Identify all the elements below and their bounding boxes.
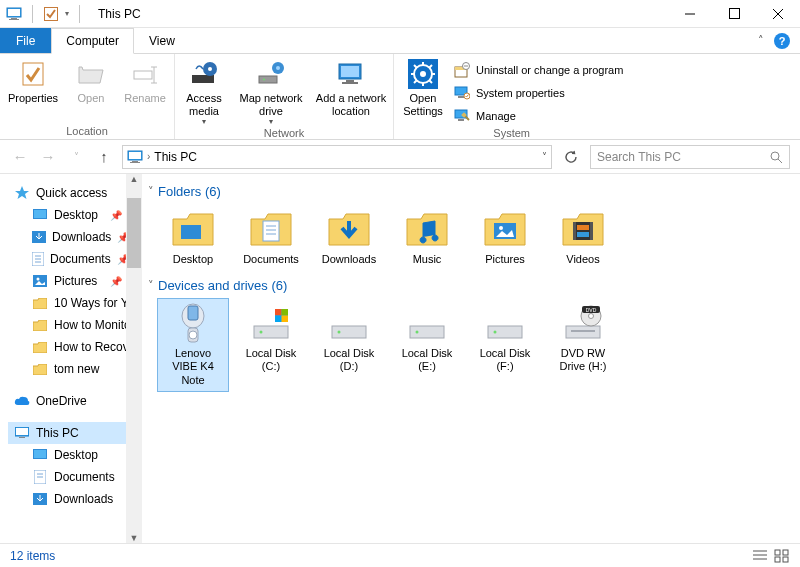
ribbon-group-location: Properties Open Rename Location — [0, 54, 175, 139]
drive-phone[interactable]: Lenovo VIBE K4 Note — [158, 299, 228, 391]
nav-pc-desktop[interactable]: Desktop — [8, 444, 142, 466]
up-button[interactable]: ↑ — [94, 147, 114, 167]
open-button[interactable]: Open — [68, 56, 114, 105]
nav-downloads[interactable]: Downloads📌 — [8, 226, 142, 248]
tab-file[interactable]: File — [0, 28, 51, 53]
ribbon-tabs: File Computer View ˄ ? — [0, 28, 800, 54]
drive-d[interactable]: Local Disk(D:) — [314, 299, 384, 391]
svg-rect-83 — [188, 306, 198, 320]
svg-rect-22 — [341, 66, 359, 77]
nav-pc-downloads[interactable]: Downloads — [8, 488, 142, 510]
scroll-down-icon[interactable]: ▼ — [130, 533, 139, 543]
chevron-down-icon[interactable]: ˅ — [148, 185, 154, 198]
svg-rect-86 — [254, 326, 288, 338]
nav-documents[interactable]: Documents📌 — [8, 248, 142, 270]
nav-desktop[interactable]: Desktop📌 — [8, 204, 142, 226]
open-settings-button[interactable]: Open Settings — [400, 56, 446, 117]
svg-rect-44 — [458, 119, 464, 121]
folder-music[interactable]: Music — [392, 205, 462, 270]
maximize-button[interactable] — [712, 0, 756, 28]
address-dropdown-icon[interactable]: ˅ — [542, 151, 547, 162]
navigation-pane[interactable]: Quick access Desktop📌 Downloads📌 Documen… — [0, 174, 142, 543]
music-folder-icon — [403, 209, 451, 249]
folder-videos[interactable]: Videos — [548, 205, 618, 270]
help-icon[interactable]: ? — [774, 33, 790, 49]
folder-downloads[interactable]: Downloads — [314, 205, 384, 270]
star-icon — [14, 185, 30, 201]
properties-check-icon[interactable] — [43, 6, 59, 22]
pin-icon: 📌 — [110, 276, 122, 287]
add-location-icon — [335, 58, 367, 90]
address-bar[interactable]: › This PC ˅ — [122, 145, 552, 169]
folder-desktop[interactable]: Desktop — [158, 205, 228, 270]
documents-folder-icon — [247, 209, 295, 249]
nav-folder-3[interactable]: How to Recover — [8, 336, 142, 358]
section-folders-header[interactable]: ˅ Folders (6) — [148, 184, 800, 199]
disk-drive-icon — [247, 303, 295, 343]
svg-point-18 — [263, 79, 265, 81]
onedrive-icon — [14, 393, 30, 409]
minimize-button[interactable] — [668, 0, 712, 28]
recent-locations-button[interactable]: ˅ — [66, 147, 86, 167]
details-view-button[interactable] — [752, 549, 768, 563]
breadcrumb[interactable]: This PC — [154, 150, 197, 164]
chevron-right-icon[interactable]: › — [147, 151, 150, 162]
properties-button[interactable]: Properties — [6, 56, 60, 105]
rename-button[interactable]: Rename — [122, 56, 168, 105]
svg-rect-24 — [342, 82, 358, 84]
content-body: Quick access Desktop📌 Downloads📌 Documen… — [0, 174, 800, 543]
nav-thispc[interactable]: This PC — [8, 422, 142, 444]
nav-folder-2[interactable]: How to Monitor — [8, 314, 142, 336]
scroll-thumb[interactable] — [127, 198, 141, 268]
map-network-drive-button[interactable]: Map network drive▾ — [235, 56, 307, 126]
add-network-location-button[interactable]: Add a network location — [315, 56, 387, 117]
folder-pictures[interactable]: Pictures — [470, 205, 540, 270]
close-button[interactable] — [756, 0, 800, 28]
dvd-drive-icon: DVD — [559, 303, 607, 343]
svg-point-96 — [416, 331, 419, 334]
folder-documents[interactable]: Documents — [236, 205, 306, 270]
nav-onedrive[interactable]: OneDrive — [8, 390, 142, 412]
back-button[interactable]: ← — [10, 147, 30, 167]
desktop-icon — [32, 447, 48, 463]
drive-f[interactable]: Local Disk(F:) — [470, 299, 540, 391]
search-input[interactable]: Search This PC — [590, 145, 790, 169]
svg-point-87 — [260, 331, 263, 334]
chevron-down-icon[interactable]: ˅ — [148, 279, 154, 292]
tab-view[interactable]: View — [134, 28, 190, 53]
drive-c[interactable]: Local Disk(C:) — [236, 299, 306, 391]
system-properties-button[interactable]: System properties — [454, 83, 623, 103]
nav-folder-1[interactable]: 10 Ways for You — [8, 292, 142, 314]
forward-button[interactable]: → — [38, 147, 58, 167]
scroll-up-icon[interactable]: ▲ — [130, 174, 139, 184]
nav-scrollbar[interactable]: ▲ ▼ — [126, 174, 142, 543]
collapse-ribbon-icon[interactable]: ˄ — [758, 34, 764, 47]
section-drives-header[interactable]: ˅ Devices and drives (6) — [148, 278, 800, 293]
drive-dvd[interactable]: DVD DVD RWDrive (H:) — [548, 299, 618, 391]
uninstall-program-button[interactable]: Uninstall or change a program — [454, 60, 623, 80]
access-media-button[interactable]: Access media▾ — [181, 56, 227, 126]
disk-drive-icon — [403, 303, 451, 343]
svg-point-85 — [189, 331, 197, 339]
svg-rect-59 — [33, 275, 47, 287]
manage-button[interactable]: Manage — [454, 106, 623, 126]
pictures-icon — [32, 273, 48, 289]
qat-dropdown-icon[interactable]: ▾ — [65, 9, 69, 18]
drive-e[interactable]: Local Disk(E:) — [392, 299, 462, 391]
separator — [32, 5, 33, 23]
svg-rect-81 — [577, 232, 589, 237]
large-icons-view-button[interactable] — [774, 549, 790, 563]
nav-quick-access[interactable]: Quick access — [8, 182, 142, 204]
svg-rect-3 — [9, 19, 19, 20]
svg-rect-111 — [783, 557, 788, 562]
svg-point-60 — [37, 278, 40, 281]
svg-rect-9 — [23, 63, 43, 85]
tab-computer[interactable]: Computer — [51, 28, 134, 54]
nav-pc-documents[interactable]: Documents — [8, 466, 142, 488]
window-title: This PC — [90, 7, 141, 21]
main-pane[interactable]: ˅ Folders (6) Desktop Documents Download… — [142, 174, 800, 543]
system-properties-icon — [454, 85, 470, 101]
nav-pictures[interactable]: Pictures📌 — [8, 270, 142, 292]
refresh-button[interactable] — [560, 146, 582, 168]
nav-folder-4[interactable]: tom new — [8, 358, 142, 380]
